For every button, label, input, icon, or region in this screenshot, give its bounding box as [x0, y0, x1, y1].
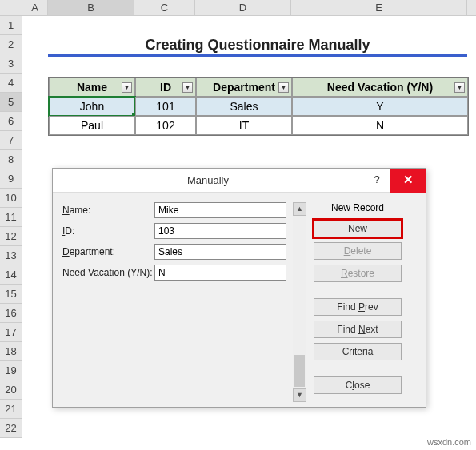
cell-id[interactable]: 101 — [135, 97, 196, 116]
filter-icon[interactable] — [278, 82, 289, 93]
scroll-thumb[interactable] — [294, 355, 305, 387]
row-header[interactable]: 12 — [0, 227, 22, 246]
row-header[interactable]: 9 — [0, 169, 22, 189]
dialog-buttons: New Record New Delete Restore Find Prev … — [314, 202, 402, 402]
delete-button[interactable]: Delete — [314, 242, 402, 260]
th-dept-label: Department — [213, 81, 275, 94]
th-name[interactable]: Name — [49, 78, 135, 97]
cell-vac[interactable]: Y — [292, 97, 468, 116]
row-header[interactable]: 18 — [0, 342, 22, 361]
record-status: New Record — [314, 202, 402, 213]
row-header[interactable]: 21 — [0, 400, 22, 419]
col-header-E[interactable]: E — [291, 0, 467, 15]
cell-name[interactable]: John — [49, 97, 135, 116]
cell-vac[interactable]: N — [292, 116, 468, 135]
th-id-label: ID — [160, 81, 171, 94]
dialog-titlebar[interactable]: Manually ? ✕ — [53, 169, 426, 193]
form-fields: Name: ID: Department: Need Vacation (Y/N… — [62, 202, 286, 402]
row-header[interactable]: 14 — [0, 265, 22, 285]
row-header[interactable]: 6 — [0, 112, 22, 131]
row-header[interactable]: 3 — [0, 54, 22, 74]
page-title: Creating Questionnaire Manually — [48, 35, 467, 57]
label-vac: Need Vacation (Y/N): — [62, 267, 154, 278]
label-dept: Department: — [62, 246, 154, 257]
input-id[interactable] — [154, 223, 286, 239]
find-next-button[interactable]: Find Next — [314, 321, 402, 338]
row-header[interactable]: 20 — [0, 380, 22, 400]
row-header[interactable]: 19 — [0, 361, 22, 380]
label-name: Name: — [62, 205, 154, 216]
row-header[interactable]: 10 — [0, 189, 22, 208]
th-vac[interactable]: Need Vacation (Y/N) — [292, 78, 468, 97]
cell-id[interactable]: 102 — [135, 116, 196, 135]
row-header[interactable]: 13 — [0, 246, 22, 265]
row-header[interactable]: 16 — [0, 304, 22, 323]
col-header-C[interactable]: C — [134, 0, 195, 15]
scroll-up-icon[interactable]: ▲ — [293, 202, 306, 216]
row-header[interactable]: 4 — [0, 74, 22, 93]
filter-icon[interactable] — [122, 82, 132, 93]
th-vac-label: Need Vacation (Y/N) — [327, 81, 433, 94]
table-row[interactable]: John 101 Sales Y — [49, 97, 468, 116]
row-header[interactable]: 5 — [0, 93, 22, 112]
dialog-title: Manually — [53, 174, 363, 186]
th-name-label: Name — [77, 81, 107, 94]
row-header[interactable]: 15 — [0, 285, 22, 304]
label-id: ID: — [62, 225, 154, 237]
criteria-button[interactable]: Criteria — [314, 343, 402, 360]
new-button[interactable]: New — [314, 220, 402, 237]
row-header[interactable]: 11 — [0, 208, 22, 227]
filter-icon[interactable] — [454, 82, 465, 93]
table-row[interactable]: Paul 102 IT N — [49, 116, 468, 135]
watermark: wsxdn.com — [427, 437, 471, 447]
input-dept[interactable] — [154, 244, 286, 260]
record-scrollbar[interactable]: ▲ ▼ — [293, 202, 307, 402]
col-header-D[interactable]: D — [195, 0, 291, 15]
input-vac[interactable] — [154, 265, 286, 281]
row-header[interactable]: 7 — [0, 131, 22, 150]
cell-dept[interactable]: Sales — [196, 97, 292, 116]
row-header[interactable]: 2 — [0, 35, 22, 54]
col-header-B[interactable]: B — [48, 0, 134, 15]
cell-dept[interactable]: IT — [196, 116, 292, 135]
th-id[interactable]: ID — [135, 78, 196, 97]
scroll-down-icon[interactable]: ▼ — [293, 388, 306, 402]
col-header-A[interactable]: A — [22, 0, 48, 15]
input-name[interactable] — [154, 202, 286, 218]
help-button[interactable]: ? — [363, 169, 390, 193]
cell-name[interactable]: Paul — [49, 116, 135, 135]
find-prev-button[interactable]: Find Prev — [314, 298, 402, 316]
filter-icon[interactable] — [182, 82, 193, 93]
scroll-track[interactable] — [293, 216, 306, 388]
restore-button[interactable]: Restore — [314, 265, 402, 282]
data-form-dialog: Manually ? ✕ Name: ID: Department: Need … — [52, 168, 426, 408]
row-header[interactable]: 1 — [0, 16, 22, 35]
column-headers: A B C D E — [0, 0, 476, 16]
data-table: Name ID Department Need Vacation (Y/N) J… — [48, 77, 469, 136]
close-form-button[interactable]: Close — [314, 376, 402, 394]
row-header[interactable]: 17 — [0, 323, 22, 342]
row-header[interactable]: 8 — [0, 150, 22, 169]
close-button[interactable]: ✕ — [390, 169, 426, 193]
th-dept[interactable]: Department — [196, 78, 292, 97]
select-all-corner[interactable] — [0, 0, 22, 15]
row-header[interactable]: 22 — [0, 419, 22, 438]
row-headers: 1 2 3 4 5 6 7 8 9 10 11 12 13 14 15 16 1… — [0, 16, 22, 438]
